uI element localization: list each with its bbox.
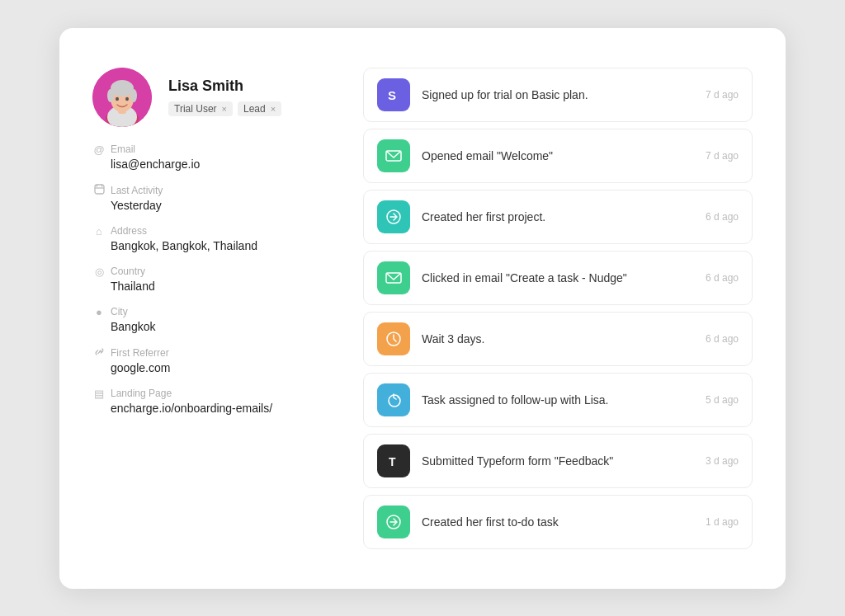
avatar: [92, 68, 152, 127]
event-row: Created her first project. 6 d ago: [363, 190, 753, 244]
tag-lead-close[interactable]: ×: [271, 104, 276, 114]
event-time-6: 3 d ago: [706, 455, 739, 467]
field-city-value: Bangkok: [92, 320, 323, 333]
event-icon-signup: S: [377, 78, 410, 111]
field-email-value: lisa@encharge.io: [92, 158, 323, 171]
profile-name: Lisa Smith: [168, 78, 281, 95]
page-icon: ▤: [92, 388, 106, 400]
event-text-3: Clicked in email "Create a task - Nudge": [422, 271, 694, 284]
svg-point-9: [125, 96, 129, 100]
event-icon-email-open: [377, 139, 410, 172]
event-time-0: 7 d ago: [706, 89, 739, 101]
field-country-value: Thailand: [92, 280, 323, 293]
event-icon-typeform: T: [377, 444, 410, 477]
field-last-activity-label: Last Activity: [111, 185, 163, 196]
event-icon-task-assigned: [377, 383, 410, 416]
field-city: ● City Bangkok: [92, 306, 323, 333]
tag-trial-user-close[interactable]: ×: [222, 104, 227, 114]
field-address-value: Bangkok, Bangkok, Thailand: [92, 239, 323, 252]
event-icon-project: [377, 200, 410, 233]
event-text-6: Submitted Typeform form "Feedback": [422, 454, 694, 468]
event-time-5: 5 d ago: [706, 394, 739, 406]
field-email: @ Email lisa@encharge.io: [92, 143, 323, 171]
link-icon: [92, 346, 106, 360]
svg-rect-10: [95, 185, 104, 194]
field-country: ◎ Country Thailand: [92, 266, 323, 293]
globe-icon: ◎: [92, 266, 106, 278]
event-time-4: 6 d ago: [706, 333, 739, 345]
left-panel: Lisa Smith Trial User × Lead × @: [92, 68, 323, 549]
svg-point-8: [116, 96, 119, 100]
event-row: T Submitted Typeform form "Feedback" 3 d…: [363, 434, 753, 488]
svg-text:S: S: [388, 88, 396, 102]
svg-point-7: [130, 89, 137, 102]
field-last-activity-value: Yesterday: [92, 199, 323, 212]
home-icon: ⌂: [92, 225, 106, 237]
field-country-label: Country: [111, 266, 145, 277]
event-time-3: 6 d ago: [706, 272, 739, 284]
event-time-7: 1 d ago: [706, 516, 739, 528]
field-last-activity: Last Activity Yesterday: [92, 184, 323, 212]
event-text-7: Created her first to-do task: [422, 515, 694, 529]
tags-container: Trial User × Lead ×: [168, 101, 281, 116]
field-referrer: First Referrer google.com: [92, 346, 323, 374]
field-address: ⌂ Address Bangkok, Bangkok, Thailand: [92, 225, 323, 252]
event-text-1: Opened email "Welcome": [422, 149, 694, 162]
field-landing-value: encharge.io/onboarding-emails/: [92, 402, 323, 415]
field-city-label: City: [111, 306, 128, 317]
svg-point-6: [107, 89, 114, 102]
field-address-label: Address: [111, 225, 147, 237]
event-row: S Signed up for trial on Basic plan. 7 d…: [363, 68, 753, 122]
event-row: Task assigned to follow-up with Lisa. 5 …: [363, 373, 753, 427]
field-referrer-label: First Referrer: [111, 347, 169, 359]
profile-top: Lisa Smith Trial User × Lead ×: [92, 68, 323, 127]
event-text-5: Task assigned to follow-up with Lisa.: [422, 393, 694, 407]
profile-card: Lisa Smith Trial User × Lead × @: [59, 28, 786, 589]
profile-name-section: Lisa Smith Trial User × Lead ×: [168, 78, 281, 116]
event-row: Created her first to-do task 1 d ago: [363, 495, 753, 549]
event-time-2: 6 d ago: [706, 211, 739, 223]
events-panel: S Signed up for trial on Basic plan. 7 d…: [363, 68, 753, 549]
svg-text:T: T: [389, 455, 396, 468]
email-icon: @: [92, 143, 106, 156]
field-email-label: Email: [111, 143, 135, 155]
event-time-1: 7 d ago: [706, 150, 739, 162]
event-text-2: Created her first project.: [422, 210, 694, 223]
field-landing: ▤ Landing Page encharge.io/onboarding-em…: [92, 388, 323, 415]
field-referrer-value: google.com: [92, 361, 323, 374]
clock-icon: [92, 184, 106, 197]
tag-lead[interactable]: Lead ×: [238, 101, 281, 116]
event-icon-email-click: [377, 261, 410, 294]
event-row: Wait 3 days. 6 d ago: [363, 312, 753, 366]
event-icon-wait: [377, 322, 410, 355]
event-row: Clicked in email "Create a task - Nudge"…: [363, 251, 753, 305]
svg-point-5: [111, 80, 134, 96]
field-landing-label: Landing Page: [111, 388, 172, 399]
fields-list: @ Email lisa@encharge.io Last Activity Y…: [92, 143, 323, 415]
event-text-0: Signed up for trial on Basic plan.: [422, 88, 694, 101]
event-row: Opened email "Welcome" 7 d ago: [363, 129, 753, 183]
dot-icon: ●: [92, 306, 106, 318]
event-text-4: Wait 3 days.: [422, 332, 694, 346]
tag-trial-user[interactable]: Trial User ×: [168, 101, 233, 116]
event-icon-todo: [377, 505, 410, 538]
